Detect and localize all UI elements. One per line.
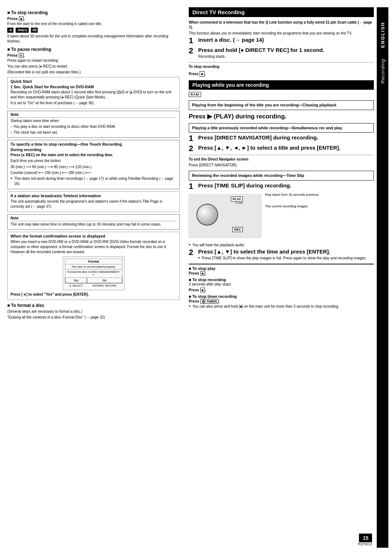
pause-recording-section: To pause recording Press II. Press again… — [7, 47, 180, 75]
format-disc-heading: To format a disc — [7, 303, 180, 308]
simul-step1-number: 1 — [189, 134, 195, 142]
format-no-btn[interactable]: No — [87, 278, 122, 283]
stop-timer-press: Press ⏻ TIMER. — [189, 299, 374, 304]
quick-start-subtitle: 1 Sec. Quick Start for Recording on DVD-… — [11, 85, 176, 89]
simul-step2-number: 2 — [189, 145, 195, 153]
simul-step2-text: Press [▲, ▼, ◄, ►] to select a title and… — [198, 145, 374, 151]
time-slip-box: Reviewing the recorded images while reco… — [189, 171, 374, 180]
soccer-notes: Play starts from 30 seconds previous. Th… — [265, 193, 319, 209]
format-enter-label: ENTER⊙ RETURN — [87, 283, 122, 288]
stop-recording-right-section: To stop recording 2 seconds after play s… — [189, 278, 374, 292]
note-startup-item1: – You play a disc or start recording to … — [11, 124, 176, 129]
soccer-note1: Play starts from 30 seconds previous. — [265, 193, 319, 197]
stop-label: To stop recording — [189, 64, 219, 69]
time-240: 240 (min.) — [45, 171, 61, 175]
stop-recording-heading: To stop recording — [7, 10, 180, 15]
timeslip-step1: 1 Press [TIME SLIP] during recording. — [189, 182, 374, 190]
chasing-playback-box: Playing from the beginning of the title … — [189, 100, 374, 110]
ram-badge: RAM — [189, 92, 201, 97]
side-tab-language: ENGLISH — [380, 22, 385, 48]
right-col-inner: Direct TV Recording When connected to a … — [189, 7, 388, 309]
stop-line1: From the start to the end of the recordi… — [7, 21, 180, 27]
soccer-image: PLAY 0 min REC — [189, 194, 261, 238]
simultaneous-label: Playing a title previously recorded whil… — [192, 125, 371, 130]
teletext-box: If a station also broadcasts Teletext in… — [7, 191, 180, 212]
disc-badge-plus-r: +R — [31, 28, 38, 33]
stop-recording-right-heading: To stop recording — [189, 278, 374, 282]
step1-number: 1 — [189, 37, 195, 45]
format-dialog-table: Format This disc is not formatted proper… — [65, 259, 122, 288]
arrow1: ⟶ — [25, 165, 31, 169]
sep3 — [189, 264, 374, 264]
simul-step1-text: Press [DIRECT NAVIGATOR] during recordin… — [198, 134, 374, 141]
timeslip-step2-text: Press [▲, ▼] to select the time and pres… — [198, 248, 374, 255]
left-column: To stop recording Press ■. From the star… — [7, 7, 185, 548]
step2-content: Press and hold [● DIRECT TV REC] for 1 s… — [198, 47, 374, 60]
arrow4: ⟵ — [38, 170, 44, 175]
pause-press-line: Press II. — [7, 53, 180, 58]
format-confirmation-body: When you insert a new DVD-RW or a DVD-RA… — [11, 239, 176, 255]
step1-content: Insert a disc. (→ page 14) — [198, 37, 374, 44]
step2-text: Press and hold [● DIRECT TV REC] for 1 s… — [198, 47, 374, 53]
pause-symbol: II — [19, 53, 24, 58]
format-select-label: ⊙ SELECT — [65, 283, 87, 288]
arrow6: ⟵ — [85, 170, 91, 175]
play-label: PLAY — [231, 197, 243, 202]
pause-line3: (Recorded title is not split into separa… — [7, 70, 180, 75]
disc-badge-r: -R — [7, 28, 13, 33]
stop-recording-right-line1: 2 seconds after play stops — [189, 282, 374, 287]
stop-play-section: To stop play Press ■. — [189, 266, 374, 276]
quick-start-note: It is set to "On" at the time of purchas… — [11, 101, 176, 106]
time-120: 120 (min.) — [75, 165, 91, 169]
exit-navigator-text: Press [DIRECT NAVIGATOR]. — [189, 163, 374, 168]
stop-symbol-right: ■ — [200, 71, 205, 77]
note-teletext-box: Note The unit may take some time in retr… — [7, 214, 180, 230]
format-disc-line1: (Several steps are necessary to format a… — [7, 309, 180, 314]
timeslip-step1-number: 1 — [189, 182, 195, 190]
stop-timer-section: To stop timer recording Press ⏻ TIMER. Y… — [189, 294, 374, 309]
time-line: 30 (min.) ⟶ 60 (min.) ⟶ 90 (min.) ⟶ 120 … — [11, 165, 176, 169]
pause-recording-heading: To pause recording — [7, 47, 180, 52]
timeslip-step2-bullet: Press [TIME SLIP] to show the play image… — [198, 256, 374, 261]
timer-symbol: ⏻ TIMER — [200, 299, 219, 304]
one-touch-bullet: This does not work during timer recordin… — [11, 176, 176, 186]
step2-number: 2 — [189, 47, 195, 55]
rqt-code: RQT8212 — [358, 542, 372, 546]
exit-navigator-label: To exit the Direct Navigator screen — [189, 157, 374, 162]
arrow3: ⟶ — [69, 165, 74, 169]
timeslip-step2: 2 Press [▲, ▼] to select the time and pr… — [189, 248, 374, 262]
press-label: Press ■. — [7, 16, 25, 21]
format-dialog-line1: This disc is not formatted properly. — [65, 264, 122, 270]
stop-timer-heading: To stop timer recording — [189, 294, 374, 299]
step2-note: Recording starts. — [198, 54, 374, 59]
step1-text: Insert a disc. (→ page 14) — [198, 37, 374, 43]
note-startup-item2: – The clock has not been set. — [11, 130, 176, 135]
simul-step1-content: Press [DIRECT NAVIGATOR] during recordin… — [198, 134, 374, 142]
timeslip-bullet: You will hear the playback audio. — [189, 243, 374, 248]
return-label: RETURN — [105, 284, 117, 287]
select-icon: ⊙ — [69, 284, 72, 287]
press-play-heading: Press ▶ (PLAY) during recording. — [189, 113, 374, 120]
stop-recording-section: To stop recording Press ■. From the star… — [7, 10, 180, 44]
direct-tv-header: Direct TV Recording — [189, 7, 374, 17]
soccer-note2: The current recording images — [265, 204, 319, 209]
quick-start-box: Quick Start 1 Sec. Quick Start for Recor… — [7, 77, 180, 109]
press-instruction: Press [◄] to select "Yes" and press [ENT… — [11, 292, 176, 297]
format-confirmation-box: When the format confirmation screen is d… — [7, 232, 180, 300]
right-column: Direct TV Recording When connected to a … — [185, 7, 388, 548]
sep2 — [189, 155, 374, 155]
stop-play-heading: To stop play — [189, 266, 374, 271]
timeslip-step2-content: Press [▲, ▼] to select the time and pres… — [198, 248, 374, 262]
direct-tv-step1: 1 Insert a disc. (→ page 14) — [189, 37, 374, 45]
simul-step2-content: Press [▲, ▼, ◄, ►] to select a title and… — [198, 145, 374, 152]
rec-label: REC — [232, 227, 243, 232]
during-recording-text: Press [● REC] on the main unit to select… — [11, 153, 176, 158]
direct-tv-step2: 2 Press and hold [● DIRECT TV REC] for 1… — [189, 47, 374, 60]
stop-press-line: Press ■. — [7, 16, 180, 21]
play-0min: 0 min — [236, 201, 243, 204]
stop-play-press: Press ■. — [189, 271, 374, 276]
format-yes-btn[interactable]: Yes — [65, 278, 87, 283]
page-number: 15 — [359, 534, 372, 542]
sep1 — [189, 62, 374, 62]
pause-line1: Press again to restart recording. — [7, 58, 180, 63]
